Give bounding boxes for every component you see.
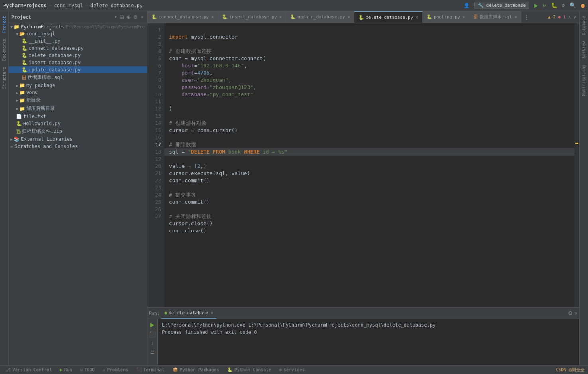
tree-hello-world-label: HelloWorld.py bbox=[23, 121, 61, 126]
settings-icon[interactable]: ⚙ bbox=[562, 2, 565, 8]
project-panel-toggle[interactable]: Project bbox=[1, 13, 7, 36]
database-icon[interactable]: Database bbox=[581, 13, 587, 38]
run-play-btn[interactable]: ▶ bbox=[149, 321, 155, 329]
line-4: conn = mysql.connector.connect( bbox=[169, 55, 266, 61]
tab-pooling[interactable]: 🐍 pooling.py × bbox=[423, 11, 470, 23]
line-16: # 删除数据 bbox=[169, 142, 196, 148]
run-button[interactable]: ▶ bbox=[534, 2, 538, 9]
tree-delete-db[interactable]: 🐍 delete_database.py bbox=[9, 52, 147, 59]
close-panel-btn[interactable]: × bbox=[139, 14, 145, 20]
tab-connect[interactable]: 🐍 connect_database.py × bbox=[147, 11, 218, 23]
current-file: delete_database.py bbox=[90, 3, 142, 8]
project-name: conn_mysql bbox=[54, 3, 83, 8]
run-settings-btn[interactable]: ⚙ bbox=[568, 310, 573, 316]
tree-ext-libs-label: External Libraries bbox=[21, 136, 73, 142]
tree-my-package[interactable]: ▶ 📁 my_package bbox=[9, 82, 147, 89]
more-tabs-btn[interactable]: ⋮ bbox=[521, 11, 532, 23]
bookmarks-panel-toggle[interactable]: Bookmarks bbox=[1, 36, 7, 64]
run-panel-content: ▶ ⬛ ↓ ☰ E:\Personal\Python\python.exe E:… bbox=[147, 319, 579, 365]
run-left-buttons: ▶ ⬛ ↓ ☰ bbox=[147, 319, 158, 365]
line-13: # 创建游标对象 bbox=[169, 120, 206, 126]
debug-button[interactable]: 🐛 bbox=[551, 2, 557, 8]
settings-btn[interactable]: ⚙ bbox=[132, 14, 139, 20]
pooling-tab-close[interactable]: × bbox=[462, 14, 465, 20]
tree-init-label: __init__.py bbox=[29, 38, 60, 44]
delete-tab-close[interactable]: × bbox=[415, 15, 418, 20]
structure-panel-toggle[interactable]: Structure bbox=[1, 64, 7, 92]
tree-root[interactable]: ▼ 📁 PycharmProjects E:\Personal\PyCharm\… bbox=[9, 23, 147, 30]
locate-file-btn[interactable]: ⊕ bbox=[125, 14, 132, 20]
avatar-icon[interactable]: ● bbox=[581, 2, 585, 9]
status-terminal[interactable]: ⬛ Terminal bbox=[134, 366, 167, 374]
tree-extract-dir[interactable]: ▶ 📁 解压后新目录 bbox=[9, 104, 147, 113]
delete-tab-icon: 🐍 bbox=[358, 15, 364, 20]
chevron-down-icon[interactable]: ▾ bbox=[113, 14, 119, 20]
connect-tab-label: connect_database.py bbox=[159, 14, 209, 20]
tree-ext-libs[interactable]: ▶ 📚 External Libraries bbox=[9, 136, 147, 143]
search-icon[interactable]: 🔍 bbox=[570, 2, 576, 8]
tree-update-db[interactable]: 🐍 update_database.py bbox=[9, 66, 147, 73]
build-button[interactable]: ⚒ bbox=[543, 2, 546, 8]
code-editor: 12345 678910 1112131415 1617181920 21222… bbox=[147, 23, 579, 307]
tree-zip-file[interactable]: 🗜 归档压缩文件.zip bbox=[9, 127, 147, 136]
tree-new-dir[interactable]: ▶ 📁 新目录 bbox=[9, 96, 147, 104]
sqleditor-icon[interactable]: SqiView bbox=[581, 38, 587, 61]
tree-conn-mysql[interactable]: ▼ 📂 conn_mysql bbox=[9, 30, 147, 37]
tree-root-label: PycharmProjects bbox=[21, 24, 64, 30]
tree-file-txt[interactable]: 📄 file.txt bbox=[9, 113, 147, 120]
sql-tab-close[interactable]: × bbox=[514, 14, 517, 20]
run-tab-bar: Run: ● delete_database × ⚙ × bbox=[147, 308, 579, 319]
line-6: port=4706, bbox=[169, 70, 213, 76]
version-control-icon: ⎇ bbox=[6, 367, 11, 372]
bottom-panel: Run: ● delete_database × ⚙ × ▶ ⬛ ↓ ☰ bbox=[147, 307, 579, 365]
line-14: cursor = conn.cursor() bbox=[169, 127, 238, 133]
tab-sql[interactable]: 🗄 数据库脚本.sql × bbox=[470, 11, 521, 23]
status-problems[interactable]: ⚠ Problems bbox=[100, 366, 131, 374]
update-tab-label: update_database.py bbox=[297, 14, 345, 20]
file-txt-icon: 📄 bbox=[16, 114, 22, 119]
run-tab-close[interactable]: × bbox=[210, 310, 213, 315]
right-gutter bbox=[574, 23, 579, 307]
tab-delete[interactable]: 🐍 delete_database.py × bbox=[354, 11, 423, 23]
insert-tab-close[interactable]: × bbox=[279, 14, 282, 20]
tree-venv[interactable]: ▶ 📁 venv bbox=[9, 89, 147, 96]
run-close-btn[interactable]: × bbox=[574, 310, 578, 316]
insert-tab-label: insert_database.py bbox=[229, 14, 277, 20]
tree-zip-label: 归档压缩文件.zip bbox=[22, 128, 62, 135]
status-credit: CSDN @周全全 bbox=[556, 367, 585, 373]
nav-up-btn[interactable]: ∧ bbox=[568, 14, 571, 20]
tab-insert[interactable]: 🐍 insert_database.py × bbox=[218, 11, 286, 23]
status-version-control[interactable]: ⎇ Version Control bbox=[3, 366, 54, 374]
nav-down-btn[interactable]: ∨ bbox=[573, 14, 576, 20]
run-config-display[interactable]: 🔧 delete_database bbox=[474, 2, 529, 9]
run-scroll-to-end-btn[interactable]: ↓ bbox=[151, 340, 155, 347]
status-todo[interactable]: ☑ TODO bbox=[78, 366, 97, 374]
pooling-tab-icon: 🐍 bbox=[427, 14, 432, 20]
tree-scratches[interactable]: ✏ Scratches and Consoles bbox=[9, 143, 147, 150]
update-tab-close[interactable]: × bbox=[348, 14, 350, 20]
tree-sql-script[interactable]: 🗄 数据库脚本.sql bbox=[9, 73, 147, 82]
status-python-console[interactable]: 🐍 Python Console bbox=[225, 366, 274, 374]
notifications-icon[interactable]: Notifications bbox=[581, 61, 587, 99]
status-run[interactable]: ▶ Run bbox=[57, 366, 75, 374]
collapse-all-btn[interactable]: ⊟ bbox=[118, 14, 125, 20]
tree-init-py[interactable]: 🐍 __init__.py bbox=[9, 37, 147, 45]
run-tab-delete[interactable]: ● delete_database × bbox=[161, 308, 217, 319]
run-result: Process finished with exit code 0 bbox=[162, 329, 575, 336]
tree-connect-label: connect_database.py bbox=[29, 45, 83, 51]
insert-py-icon: 🐍 bbox=[22, 60, 28, 65]
tree-scratches-label: Scratches and Consoles bbox=[14, 144, 78, 149]
status-services[interactable]: ⚙ Services bbox=[277, 366, 307, 374]
tab-update[interactable]: 🐍 update_database.py × bbox=[286, 11, 354, 23]
tree-venv-label: venv bbox=[26, 90, 38, 95]
run-tools-btn[interactable]: ☰ bbox=[149, 348, 155, 356]
python-packages-icon: 📦 bbox=[173, 367, 178, 372]
tree-insert-db[interactable]: 🐍 insert_database.py bbox=[9, 59, 147, 66]
run-stop-btn[interactable]: ⬛ bbox=[148, 330, 157, 338]
tree-connect-db[interactable]: 🐍 connect_database.py bbox=[9, 45, 147, 52]
status-python-packages[interactable]: 📦 Python Packages bbox=[170, 366, 222, 374]
ext-libs-icon: 📚 bbox=[14, 136, 20, 142]
code-content[interactable]: import mysql.connector # 创建数据库连接 conn = … bbox=[164, 23, 574, 307]
connect-tab-close[interactable]: × bbox=[211, 14, 214, 20]
tree-hello-world[interactable]: 🐍 HelloWorld.py bbox=[9, 120, 147, 127]
